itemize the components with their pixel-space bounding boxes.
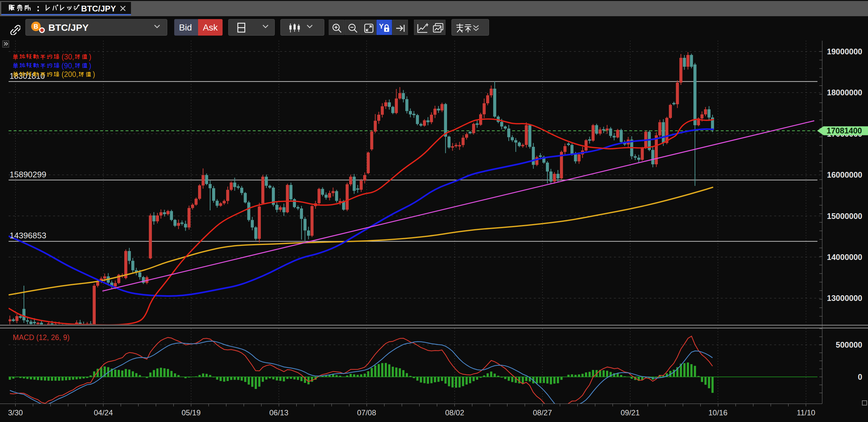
- svg-text:): ): [89, 53, 92, 61]
- svg-text:(200,: (200,: [62, 70, 78, 78]
- svg-text:(30,: (30,: [62, 53, 74, 61]
- svg-text:MACD (12, 26, 9): MACD (12, 26, 9): [13, 333, 70, 342]
- svg-text:): ): [93, 70, 95, 78]
- svg-text:BTC/JPY: BTC/JPY: [81, 4, 116, 13]
- svg-text:): ): [89, 62, 92, 70]
- svg-text:(90,: (90,: [62, 62, 74, 70]
